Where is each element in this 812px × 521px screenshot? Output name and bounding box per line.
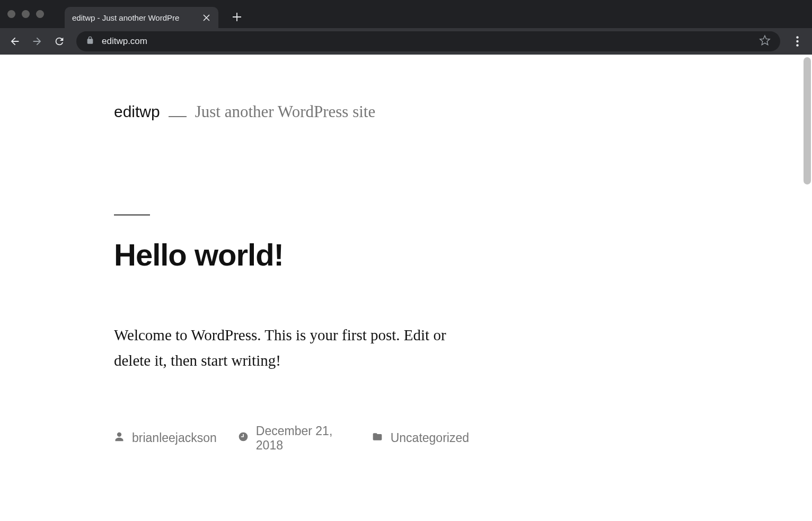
post-rule-icon bbox=[114, 214, 150, 216]
tab-strip: editwp - Just another WordPre bbox=[0, 0, 812, 28]
author-link[interactable]: brianleejackson bbox=[132, 431, 217, 445]
post-title[interactable]: Hello world! bbox=[114, 237, 469, 272]
folder-icon bbox=[372, 431, 383, 445]
back-button[interactable] bbox=[5, 32, 24, 51]
scrollbar-thumb[interactable] bbox=[804, 57, 811, 184]
window-controls bbox=[7, 10, 44, 18]
url-text: editwp.com bbox=[102, 36, 752, 47]
close-tab-icon[interactable] bbox=[201, 13, 211, 22]
reload-button[interactable] bbox=[50, 32, 69, 51]
dash-separator-icon bbox=[169, 116, 187, 117]
address-bar[interactable]: editwp.com bbox=[76, 31, 780, 51]
site-title-link[interactable]: editwp bbox=[114, 103, 160, 121]
forward-button[interactable] bbox=[28, 32, 47, 51]
person-icon bbox=[114, 431, 125, 445]
page-viewport: editwp Just another WordPress site Hello… bbox=[0, 55, 812, 521]
new-tab-button[interactable] bbox=[228, 8, 245, 25]
browser-menu-button[interactable] bbox=[788, 32, 807, 51]
meta-author: brianleejackson bbox=[114, 431, 217, 445]
post-body: Welcome to WordPress. This is your first… bbox=[114, 323, 469, 374]
bookmark-star-icon[interactable] bbox=[759, 34, 771, 49]
maximize-window-button[interactable] bbox=[36, 10, 44, 18]
browser-tab[interactable]: editwp - Just another WordPre bbox=[65, 7, 218, 28]
lock-icon bbox=[86, 36, 94, 48]
meta-category: Uncategorized bbox=[372, 431, 469, 445]
svg-point-0 bbox=[796, 36, 798, 38]
post-meta: brianleejackson December 21, 2018 Uncate… bbox=[114, 424, 469, 453]
close-window-button[interactable] bbox=[7, 10, 15, 18]
site-header: editwp Just another WordPress site bbox=[114, 102, 469, 121]
svg-point-1 bbox=[796, 40, 798, 42]
post: Hello world! Welcome to WordPress. This … bbox=[114, 214, 469, 453]
content-wrap: editwp Just another WordPress site Hello… bbox=[0, 55, 583, 453]
category-link[interactable]: Uncategorized bbox=[391, 431, 469, 445]
date-link[interactable]: December 21, 2018 bbox=[256, 424, 350, 453]
svg-point-2 bbox=[796, 44, 798, 46]
meta-date: December 21, 2018 bbox=[238, 424, 350, 453]
post-title-text: Hello world! bbox=[114, 237, 284, 272]
browser-chrome: editwp - Just another WordPre editwp.com bbox=[0, 0, 812, 55]
site-tagline: Just another WordPress site bbox=[195, 102, 376, 121]
minimize-window-button[interactable] bbox=[22, 10, 30, 18]
clock-icon bbox=[238, 431, 249, 445]
browser-toolbar: editwp.com bbox=[0, 28, 812, 55]
tab-title: editwp - Just another WordPre bbox=[72, 13, 201, 22]
